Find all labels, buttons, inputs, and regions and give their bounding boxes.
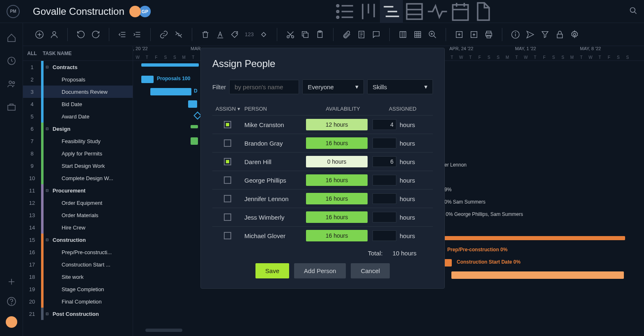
assigned-hours-input[interactable] [373,156,396,167]
task-row[interactable]: 12 Order Equipment [23,197,133,209]
task-row[interactable]: 6 ⊟ Design [23,123,133,135]
view-sheet-icon[interactable] [403,0,426,23]
assigned-hours-input[interactable] [373,119,396,130]
task-row[interactable]: 20 Final Completion [23,295,133,308]
send-icon[interactable] [525,30,535,39]
print-icon[interactable] [484,30,494,39]
view-list-icon[interactable] [334,0,357,23]
task-row[interactable]: 9 Start Design Work [23,160,133,172]
add-person-button[interactable]: Add Person [294,263,346,278]
assign-checkbox[interactable] [224,176,231,184]
note-icon[interactable] [356,30,366,39]
redo-icon[interactable] [91,30,101,39]
outdent-icon[interactable] [117,30,127,39]
gantt-bar[interactable] [191,125,198,128]
task-row[interactable]: 15 ⊟ Construction [23,234,133,246]
assign-checkbox[interactable] [224,195,231,202]
assign-checkbox[interactable] [224,232,231,239]
assigned-hours-input[interactable] [373,230,396,241]
help-icon[interactable] [7,297,16,306]
search-icon[interactable] [629,7,637,16]
task-row[interactable]: 13 Order Materials [23,209,133,221]
time-icon[interactable] [7,56,16,66]
task-row[interactable]: 1 ⊟ Contracts [23,61,133,73]
gantt-bar[interactable] [444,259,452,266]
member-avatars[interactable]: GP [131,6,151,17]
task-row[interactable]: 7 Feasibility Study [23,135,133,147]
gantt-bar[interactable] [444,236,625,240]
task-row[interactable]: 2 Proposals [23,73,133,86]
briefcase-icon[interactable] [7,102,16,112]
plus-icon[interactable] [7,277,16,287]
task-row[interactable]: 16 Prep/Pre-constructi... [23,246,133,258]
task-row[interactable]: 19 Stage Completion [23,283,133,295]
filter-input[interactable] [229,80,299,94]
collapse-icon[interactable]: ⊟ [44,127,50,131]
copy-icon[interactable] [300,30,310,39]
collapse-icon[interactable]: ⊟ [44,65,50,69]
add-icon[interactable] [34,30,44,39]
gantt-bar[interactable] [141,76,154,83]
gantt-bar[interactable] [191,137,198,145]
assign-checkbox[interactable] [224,213,231,221]
assigned-hours-input[interactable] [373,138,396,148]
task-row[interactable]: 3 Documents Review [23,86,133,98]
assigned-hours-input[interactable] [373,212,396,222]
task-row[interactable]: 14 Hire Crew [23,221,133,234]
task-row[interactable]: 21 ⊟ Post Construction [23,308,133,320]
trash-icon[interactable] [200,30,210,39]
everyone-select[interactable]: Everyone▾ [302,79,364,94]
text-color-icon[interactable] [215,30,225,39]
th-assign[interactable]: ASSIGN ▾ [212,106,244,112]
task-row[interactable]: 17 Construction Start ... [23,258,133,271]
cancel-button[interactable]: Cancel [351,263,390,278]
user-avatar[interactable] [6,316,17,328]
import-icon[interactable] [454,30,464,39]
view-gantt-icon[interactable] [380,0,403,23]
view-calendar-icon[interactable] [449,0,472,23]
collapse-icon[interactable]: ⊟ [44,238,50,242]
task-row[interactable]: 4 Bid Date [23,98,133,110]
undo-icon[interactable] [76,30,86,39]
assign-checkbox[interactable] [224,139,231,147]
save-button[interactable]: Save [255,263,289,278]
task-row[interactable]: 11 ⊟ Procurement [23,184,133,197]
team-icon[interactable] [7,79,16,89]
skills-select[interactable]: Skills▾ [367,79,433,94]
gantt-bar[interactable] [451,271,624,279]
view-board-icon[interactable] [357,0,380,23]
assign-checkbox[interactable] [224,158,231,165]
view-file-icon[interactable] [472,0,495,23]
diamond-icon[interactable] [259,30,269,39]
horizontal-scrollbar[interactable] [145,329,182,332]
collapse-icon[interactable]: ⊟ [44,312,50,316]
gantt-bar[interactable] [141,63,199,67]
collapse-icon[interactable]: ⊟ [44,188,50,192]
gantt-bar[interactable] [150,88,191,95]
grid-icon[interactable] [413,30,423,39]
assigned-hours-input[interactable] [373,175,396,185]
assigned-hours-input[interactable] [373,193,396,204]
filter-icon[interactable] [540,30,550,39]
task-row[interactable]: 10 Complete Design W... [23,172,133,184]
comment-icon[interactable] [371,30,381,39]
settings-icon[interactable] [570,30,580,39]
task-row[interactable]: 5 Award Date [23,110,133,123]
task-row[interactable]: 18 Site work [23,271,133,283]
assign-checkbox[interactable] [224,121,231,128]
person-icon[interactable] [49,30,59,39]
cut-icon[interactable] [285,30,295,39]
lock-icon[interactable] [555,30,565,39]
info-icon[interactable] [511,30,520,39]
link-icon[interactable] [159,30,169,39]
indent-icon[interactable] [132,30,142,39]
columns-icon[interactable] [398,30,408,39]
tag-icon[interactable] [230,30,240,39]
gantt-bar[interactable] [188,100,197,108]
home-icon[interactable] [7,33,16,43]
view-activity-icon[interactable] [426,0,449,23]
paste-icon[interactable] [315,30,325,39]
export-icon[interactable] [469,30,479,39]
attach-icon[interactable] [342,30,352,39]
task-row[interactable]: 8 Apply for Permits [23,147,133,160]
